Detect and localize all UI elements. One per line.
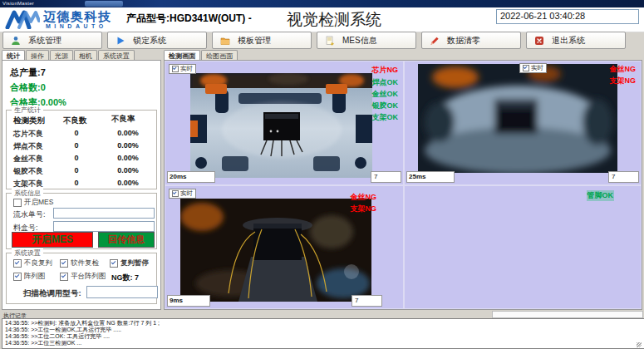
- live-checkbox[interactable]: 实时: [519, 63, 547, 73]
- pass-count-value: 合格数:0: [10, 81, 46, 94]
- pen-icon: [430, 36, 440, 46]
- tab-draw-view[interactable]: 绘图画面: [201, 50, 238, 60]
- column-header-rate: 不良率: [111, 114, 135, 125]
- camera-view-1[interactable]: 实时: [165, 61, 403, 184]
- defect-type: 银胶不良: [13, 166, 43, 177]
- checkbox-box-icon: [13, 199, 22, 207]
- group-title: 系统设置: [12, 248, 43, 258]
- tab-camera[interactable]: 相机: [74, 50, 97, 60]
- result-label: 焊点OK: [372, 77, 399, 88]
- total-production-value: 总产量:7: [10, 66, 46, 79]
- result-label: 支架NG: [351, 204, 377, 214]
- checkbox-box-icon: [110, 259, 118, 268]
- serial-number-input[interactable]: [53, 208, 155, 219]
- user-icon: [11, 36, 21, 46]
- toolbar-button-label: 锁定系统: [133, 35, 166, 47]
- result-label: 支架NG: [610, 76, 637, 86]
- checkbox-label: 开启MES: [24, 198, 53, 208]
- defect-count: 0: [68, 154, 85, 162]
- tab-statistics[interactable]: 统计: [2, 50, 25, 60]
- column-header-type: 检测类别: [13, 116, 45, 126]
- right-tabbar: 检测画面 绘图画面: [164, 50, 238, 60]
- exit-system-button[interactable]: 退出系统: [526, 32, 626, 49]
- camera-view-4[interactable]: 管脚OK: [405, 186, 641, 308]
- left-panel: 统计 操作 光源 相机 系统设置 总产量:7 合格数:0 合格率:0.00% 生…: [2, 50, 161, 310]
- recheck-ng-checkbox[interactable]: 不良复判: [13, 258, 52, 268]
- enable-mes-checkbox[interactable]: 开启MES: [13, 198, 53, 208]
- production-stats-group: 生产统计 检测类别 不良数 不良率 芯片不良 0 0.00% 焊点不良 0 0.…: [6, 110, 157, 189]
- cycle-time-box: 20ms: [167, 171, 215, 183]
- result-label: 银胶OK: [372, 101, 399, 111]
- datetime-display[interactable]: 2022-06-21 03:40:28: [496, 9, 639, 24]
- cycle-time-box: 25ms: [406, 171, 455, 183]
- checkbox-label: 平台阵列图: [71, 272, 106, 282]
- array-map-checkbox[interactable]: 阵列图: [13, 272, 46, 282]
- template-manage-button[interactable]: 模板管理: [212, 32, 312, 49]
- defect-type: 金丝不良: [13, 154, 43, 165]
- defect-type: 芯片不良: [13, 129, 43, 140]
- folder-icon: [220, 36, 230, 46]
- serial-number-label: 流水单号:: [13, 209, 46, 220]
- group-title: 系统信息: [12, 189, 43, 198]
- pause-on-ng-checkbox[interactable]: 复判暂停: [110, 258, 149, 268]
- checkbox-label: 实时: [180, 65, 193, 73]
- camera-view-3[interactable]: 实时: [165, 186, 403, 308]
- log-line: 14:36:55: >>检测到: 准备放入料盒位置 NG 数量:7行 7 列 1…: [5, 320, 642, 327]
- column-header-count: 不良数: [63, 116, 87, 126]
- right-panel: 检测画面 绘图画面 实时: [164, 50, 642, 310]
- platform-array-map-checkbox[interactable]: 平台阵列图: [60, 272, 106, 282]
- mes-info-button[interactable]: MES信息: [317, 32, 416, 49]
- checkbox-label: 软件复检: [71, 258, 99, 268]
- app-window: VisionMaster 迈德奥科技 MINDAUTO 产品型号:HGD341W…: [0, 0, 644, 349]
- toolbar-button-label: MES信息: [342, 35, 377, 47]
- left-tabbar: 统计 操作 光源 相机 系统设置: [2, 50, 135, 60]
- brand-logo-icon: [5, 10, 40, 32]
- log-line: 14:36:55: >>工位一检测OK,工具运行完毕 .....: [5, 327, 642, 333]
- play-icon: [116, 36, 125, 46]
- checkbox-box-icon: [172, 190, 179, 197]
- result-label: 管脚OK: [587, 190, 615, 201]
- scanner-model-input[interactable]: [86, 286, 158, 298]
- cycle-time-box: 9ms: [167, 295, 210, 307]
- checkbox-box-icon: [13, 259, 22, 268]
- return-info-button[interactable]: 回传信息: [98, 232, 155, 248]
- camera-view-2[interactable]: 实时 金丝NG 支架NG 25ms 7: [405, 61, 641, 184]
- checkbox-label: 实时: [180, 189, 193, 198]
- software-recheck-checkbox[interactable]: 软件复检: [60, 258, 99, 268]
- defect-count: 0: [68, 166, 85, 174]
- box-number-input[interactable]: [53, 221, 155, 232]
- result-label: 金丝NG: [610, 64, 637, 75]
- open-mes-button[interactable]: 开启MES: [12, 232, 93, 248]
- group-title: 生产统计: [12, 106, 43, 115]
- defect-rate: 0.00%: [113, 166, 143, 174]
- tab-operation[interactable]: 操作: [26, 50, 49, 60]
- system-manage-button[interactable]: 系统管理: [2, 32, 102, 49]
- window-title: VisionMaster: [2, 1, 34, 6]
- table-row: 焊点不良 0 0.00%: [7, 141, 156, 152]
- defect-rate: 0.00%: [113, 179, 143, 187]
- defect-rate: 0.00%: [113, 129, 143, 137]
- live-checkbox[interactable]: 实时: [169, 189, 196, 199]
- checkbox-label: 不良复判: [24, 258, 52, 268]
- checkbox-label: 阵列图: [24, 272, 46, 282]
- document-icon: [325, 36, 335, 46]
- log-line: 14:36:55: >>工位二OK: 工具运行完毕 ....: [5, 333, 642, 340]
- checkbox-box-icon: [13, 273, 22, 281]
- count-box: 7: [371, 171, 401, 183]
- toolbar-button-label: 数据清零: [447, 35, 480, 47]
- live-checkbox[interactable]: 实时: [169, 64, 196, 74]
- log-box[interactable]: 14:36:55: >>检测到: 准备放入料盒位置 NG 数量:7行 7 列 1…: [2, 318, 644, 349]
- checkbox-label: 实时: [531, 64, 543, 72]
- data-clear-button[interactable]: 数据清零: [421, 32, 521, 49]
- tab-light[interactable]: 光源: [50, 50, 73, 60]
- table-row: 金丝不良 0 0.00%: [7, 154, 156, 165]
- checkbox-label: 复判暂停: [120, 258, 149, 268]
- resize-grip[interactable]: [637, 342, 642, 347]
- tab-system-settings[interactable]: 系统设置: [98, 50, 135, 60]
- exit-icon: [534, 36, 544, 46]
- tab-detect-view[interactable]: 检测画面: [164, 50, 200, 60]
- lock-system-button[interactable]: 锁定系统: [107, 32, 207, 49]
- window-titlebar[interactable]: VisionMaster: [0, 0, 644, 7]
- table-row: 银胶不良 0 0.00%: [7, 166, 156, 177]
- checkbox-box-icon: [172, 66, 179, 72]
